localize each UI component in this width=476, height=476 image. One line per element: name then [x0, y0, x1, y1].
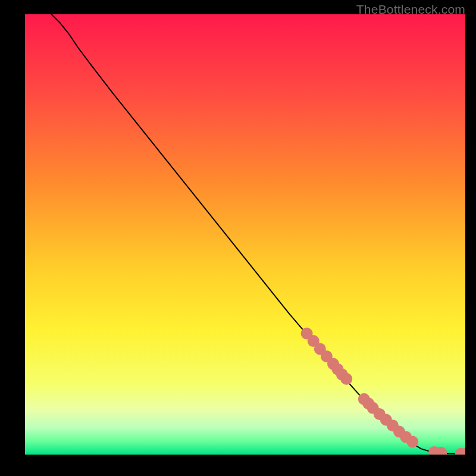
- plot-area: [25, 14, 465, 455]
- marker-points: [301, 328, 465, 455]
- chart-svg: [25, 14, 465, 455]
- svg-point-8: [340, 373, 352, 385]
- curve-line: [51, 14, 465, 454]
- chart-stage: TheBottleneck.com: [0, 0, 476, 476]
- svg-point-17: [406, 436, 418, 448]
